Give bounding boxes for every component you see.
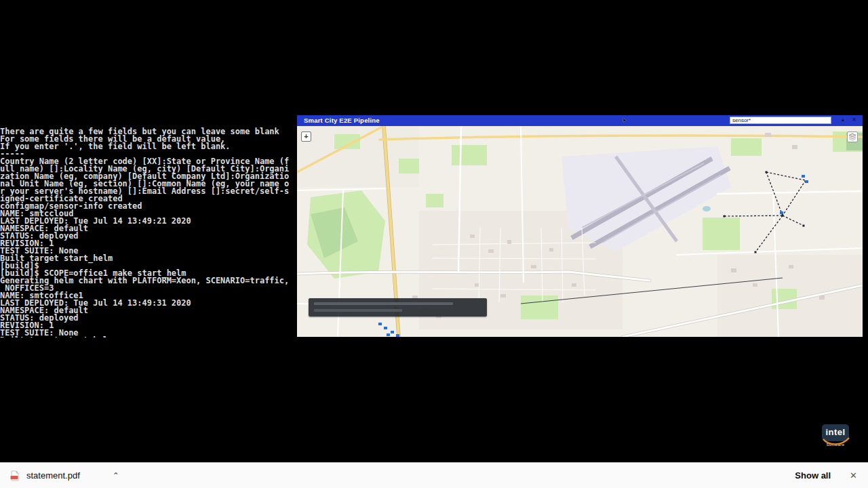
- scroll-up-icon[interactable]: ▴: [842, 117, 844, 123]
- terminal-line: Built target start_helm: [0, 255, 297, 262]
- map-canvas[interactable]: +: [297, 126, 863, 337]
- window-title: Smart City E2E Pipeline: [304, 117, 380, 124]
- zoom-in-button[interactable]: +: [301, 131, 311, 142]
- download-bar-actions: Show all ✕: [795, 470, 868, 481]
- pdf-file-icon: [9, 470, 20, 481]
- close-download-bar-icon[interactable]: ✕: [850, 470, 857, 481]
- intel-software-text: Software: [819, 443, 852, 447]
- terminal-line: Built target start_helm: [0, 337, 297, 338]
- map-tooltip: [309, 298, 487, 317]
- map-window-titlebar[interactable]: Smart City E2E Pipeline ▲ ▴ ✕: [297, 115, 863, 126]
- chevron-up-icon[interactable]: ⌃: [113, 471, 119, 481]
- intel-software-logo: intel Software: [819, 424, 852, 455]
- map-window: Smart City E2E Pipeline ▲ ▴ ✕: [297, 115, 863, 337]
- terminal-window[interactable]: There are quite a few fields but you can…: [0, 113, 297, 338]
- layers-control[interactable]: [847, 131, 858, 142]
- sensor-search-input[interactable]: [730, 117, 831, 124]
- download-bar: statement.pdf ⌃ Show all ✕: [0, 462, 868, 488]
- show-all-button[interactable]: Show all: [795, 470, 831, 481]
- window-close-icon[interactable]: ✕: [852, 117, 856, 123]
- terminal-output: There are quite a few fields but you can…: [0, 128, 297, 338]
- intel-logo-box: intel: [822, 424, 849, 441]
- layers-icon: [848, 132, 857, 142]
- mouse-cursor-icon: ▲: [620, 116, 627, 124]
- download-filename: statement.pdf: [26, 470, 80, 481]
- download-item[interactable]: statement.pdf: [9, 470, 80, 481]
- terminal-line: If you enter '.', the field will be left…: [0, 143, 297, 150]
- intel-logo-text: intel: [825, 427, 845, 437]
- map-pond: [703, 206, 711, 211]
